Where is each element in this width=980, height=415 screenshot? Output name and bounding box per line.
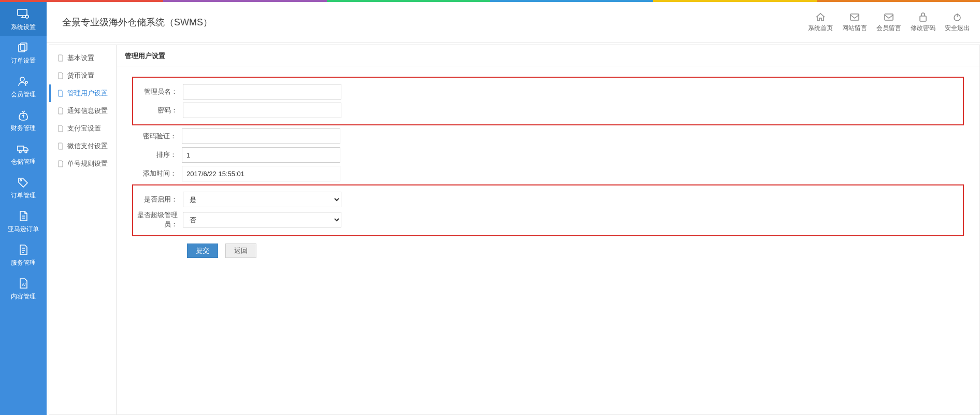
word-file-icon: W [0,277,47,290]
svg-rect-11 [851,14,859,20]
svg-point-9 [20,180,22,181]
page-icon [57,72,64,79]
subnav-item-admin-user[interactable]: 管理用户设置 [49,84,116,102]
mail-icon [876,11,901,23]
highlight-credentials: 管理员名： 密码： [132,77,964,125]
page-title: 全景专业级海外仓储系统（SWMS） [62,16,808,28]
content-panel: 管理用户设置 管理员名： 密码： [116,45,980,415]
svg-rect-12 [885,14,893,20]
subnav-item-number-rule[interactable]: 单号规则设置 [49,155,116,173]
page-icon [57,142,64,150]
sidebar-item-order-settings[interactable]: 订单设置 [0,36,47,69]
page-icon [57,125,64,132]
sort-input[interactable] [182,147,340,163]
svg-rect-0 [18,9,27,16]
admin-user-form: 管理员名： 密码： 密码验证： [117,66,979,268]
mail-icon [842,11,867,23]
content-title: 管理用户设置 [117,45,979,66]
main-sidebar: 系统设置 订单设置 会员管理 财务管理 仓储管理 [0,2,47,415]
subnav-item-alipay[interactable]: 支付宝设置 [49,120,116,137]
svg-rect-2 [19,45,25,52]
label-add-time: 添加时间： [132,169,182,178]
subnav-item-notify[interactable]: 通知信息设置 [49,102,116,120]
label-password: 密码： [133,106,183,115]
sidebar-item-warehouse[interactable]: 仓储管理 [0,137,47,170]
header-action-site-msg[interactable]: 网站留言 [842,11,867,33]
label-sort: 排序： [132,150,182,160]
svg-rect-3 [21,43,27,50]
copy-icon [0,41,47,54]
sidebar-item-order-mgmt[interactable]: 订单管理 [0,170,47,204]
label-enabled: 是否启用： [133,195,183,204]
label-admin-name: 管理员名： [133,87,183,96]
admin-name-input[interactable] [183,84,341,99]
is-super-select[interactable]: 是 否 [183,212,341,227]
sub-sidebar: 基本设置 货币设置 管理用户设置 通知信息设置 支付宝设置 [49,45,116,415]
monitor-gear-icon [0,7,47,21]
svg-point-8 [25,151,27,153]
back-button[interactable]: 返回 [225,244,256,258]
svg-point-5 [25,81,27,83]
enabled-select[interactable]: 是 否 [183,192,341,207]
sidebar-item-content[interactable]: W 内容管理 [0,271,47,305]
power-icon [945,11,970,23]
header-action-logout[interactable]: 安全退出 [945,11,970,33]
sidebar-item-member[interactable]: 会员管理 [0,69,47,103]
truck-icon [0,142,47,155]
file-icon [0,243,47,256]
label-is-super: 是否超级管理员： [133,210,183,229]
add-time-input[interactable] [182,166,340,181]
header-action-member-msg[interactable]: 会员留言 [876,11,901,33]
header-bar: 全景专业级海外仓储系统（SWMS） 系统首页 网站留言 [47,2,980,42]
svg-text:W: W [22,282,26,287]
password-input[interactable] [183,103,341,118]
sidebar-item-system[interactable]: 系统设置 [0,2,47,36]
svg-point-4 [20,77,24,81]
home-icon [808,11,833,23]
label-password-confirm: 密码验证： [132,132,182,141]
page-icon [57,160,64,167]
subnav-item-currency[interactable]: 货币设置 [49,67,116,84]
header-action-change-pwd[interactable]: 修改密码 [911,11,935,33]
lock-icon [911,11,935,23]
page-icon [57,107,64,115]
password-confirm-input[interactable] [182,128,340,144]
svg-rect-13 [920,16,926,21]
user-icon [0,75,47,88]
header-action-home[interactable]: 系统首页 [808,11,833,33]
money-bag-icon [0,108,47,122]
page-icon [57,54,64,62]
page-icon [57,90,64,97]
svg-point-7 [19,151,21,153]
subnav-item-wechat[interactable]: 微信支付设置 [49,137,116,155]
highlight-flags: 是否启用： 是 否 是否超级管理员： [132,184,964,236]
sidebar-item-amazon[interactable]: 亚马逊订单 [0,204,47,238]
svg-rect-6 [18,146,24,151]
sidebar-item-service[interactable]: 服务管理 [0,238,47,271]
tag-icon [0,176,47,189]
sidebar-item-finance[interactable]: 财务管理 [0,103,47,137]
document-icon [0,209,47,223]
submit-button[interactable]: 提交 [187,244,218,258]
subnav-item-basic[interactable]: 基本设置 [49,49,116,67]
